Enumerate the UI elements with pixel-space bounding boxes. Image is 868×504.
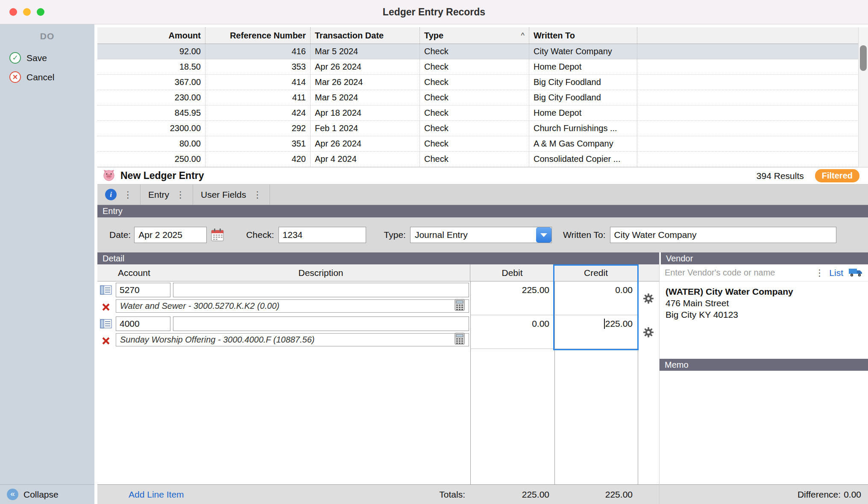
line-settings-gear-icon[interactable] [638,281,659,315]
credit-field-active[interactable]: 225.00 [554,315,638,332]
calendar-icon[interactable] [210,228,225,242]
account-number-field[interactable]: 5270 [116,283,170,297]
cell-date: Mar 5 2024 [311,90,420,105]
window-title: Ledger Entry Records [0,6,868,18]
account-name-field: Sunday Worship Offering - 3000.4000.F (1… [116,333,469,346]
menu-dots-icon[interactable]: ⋮ [815,268,824,278]
dropdown-button[interactable] [536,227,551,243]
cell-date: Mar 26 2024 [311,75,420,90]
sidebar-section-header: DO [0,31,94,41]
account-number-field[interactable]: 4000 [116,316,170,331]
detail-header-debit: Debit [470,264,554,281]
delete-line-icon[interactable] [97,332,114,349]
filtered-badge[interactable]: Filtered [815,169,859,182]
info-icon[interactable]: i [105,189,117,200]
table-row[interactable]: 845.95 424 Apr 18 2024 Check Home Depot [97,105,868,121]
menu-dots-icon[interactable]: ⋮ [176,190,185,200]
table-row[interactable]: 2300.00 292 Feb 1 2024 Check Church Furn… [97,121,868,136]
add-line-item-button[interactable]: Add Line Item [129,489,184,500]
calculator-icon[interactable] [455,333,465,347]
entry-section-header: Entry [97,205,868,217]
description-field[interactable] [173,316,469,331]
cell-reference: 424 [205,105,311,120]
table-row[interactable]: 80.00 351 Apr 26 2024 Check A & M Gas Co… [97,136,868,152]
cancel-x-icon: × [9,71,21,83]
list-scrollbar[interactable] [858,27,868,167]
results-count: 394 Results [757,171,804,181]
cell-empty [637,105,868,120]
date-label: Date: [109,230,131,240]
difference-label: Difference: [798,489,841,500]
entry-form: Date: Check: [97,217,868,252]
column-header-written-to[interactable]: Written To [529,27,637,44]
cell-reference: 414 [205,75,311,90]
debit-field[interactable]: 0.00 [470,315,554,332]
cell-empty [637,75,868,90]
vendor-list-link[interactable]: List [829,268,843,278]
table-row[interactable]: 18.50 353 Apr 26 2024 Check Home Depot [97,59,868,75]
app-window: Ledger Entry Records DO ✓ Save × Cancel … [0,0,868,504]
table-row[interactable]: 230.00 411 Mar 5 2024 Check Big City Foo… [97,90,868,105]
vendor-search-input[interactable] [665,268,810,278]
totals-label: Totals: [439,489,465,500]
vendor-address-line1: 476 Main Street [666,297,862,309]
description-field[interactable] [173,283,469,297]
line-settings-gear-icon[interactable] [638,315,659,349]
cell-amount: 367.00 [97,75,205,90]
cell-type: Check [420,136,529,151]
cell-written-to: Consolidated Copier ... [529,152,637,167]
collapse-button[interactable]: « Collapse [0,484,94,504]
column-header-transaction-date[interactable]: Transaction Date [311,27,420,44]
memo-field[interactable] [660,371,868,484]
written-to-input[interactable] [610,227,836,243]
close-window-button[interactable] [9,8,17,16]
cancel-button-label: Cancel [26,72,54,82]
account-picker-icon[interactable] [97,281,114,299]
difference-row: Difference: 0.00 [660,484,868,504]
line-item: 5270 225.00 0.00 [97,281,659,315]
list-header-row: Amount Reference Number Transaction Date… [97,27,868,44]
column-header-empty [637,27,868,44]
window-controls [9,8,44,16]
table-row[interactable]: 92.00 416 Mar 5 2024 Check City Water Co… [97,44,868,59]
column-header-reference-number[interactable]: Reference Number [205,27,311,44]
zoom-window-button[interactable] [37,8,44,16]
delete-line-icon[interactable] [97,299,114,315]
cell-empty [637,136,868,151]
cell-empty [637,59,868,74]
cell-reference: 351 [205,136,311,151]
tab-entry[interactable]: Entry ⋮ [141,185,193,205]
detail-panel: Detail Account Description Debit Credit [97,252,660,504]
menu-dots-icon[interactable]: ⋮ [123,190,132,200]
cell-written-to: City Water Company [529,44,637,59]
check-number-input[interactable] [279,227,366,243]
table-row[interactable]: 367.00 414 Mar 26 2024 Check Big City Fo… [97,75,868,90]
date-input[interactable] [134,227,207,243]
chevron-down-icon [540,233,547,237]
cell-written-to: Home Depot [529,105,637,120]
cell-written-to: Big City Foodland [529,90,637,105]
cell-written-to: Church Furnishings ... [529,121,637,136]
column-header-type[interactable]: Type ^ [420,27,529,44]
type-dropdown[interactable]: Journal Entry [410,227,552,243]
debit-field[interactable]: 225.00 [470,281,554,299]
credit-field[interactable]: 0.00 [554,281,638,299]
vendor-address-line2: Big City KY 40123 [666,309,862,320]
menu-dots-icon[interactable]: ⋮ [253,190,262,200]
account-picker-icon[interactable] [97,315,114,332]
totals-credit: 225.00 [554,489,638,500]
save-button[interactable]: ✓ Save [0,48,94,67]
minimize-window-button[interactable] [23,8,31,16]
cancel-button[interactable]: × Cancel [0,67,94,87]
cell-date: Apr 26 2024 [311,59,420,74]
detail-section-header: Detail [97,252,659,264]
tab-user-fields[interactable]: User Fields ⋮ [193,185,270,205]
table-row[interactable]: 250.00 420 Apr 4 2024 Check Consolidated… [97,152,868,167]
truck-icon[interactable] [848,267,863,279]
cell-empty [637,44,868,59]
calculator-icon[interactable] [455,299,465,313]
column-header-amount[interactable]: Amount [97,27,205,44]
cell-reference: 420 [205,152,311,167]
scrollbar-thumb[interactable] [860,45,867,71]
cell-empty [637,121,868,136]
